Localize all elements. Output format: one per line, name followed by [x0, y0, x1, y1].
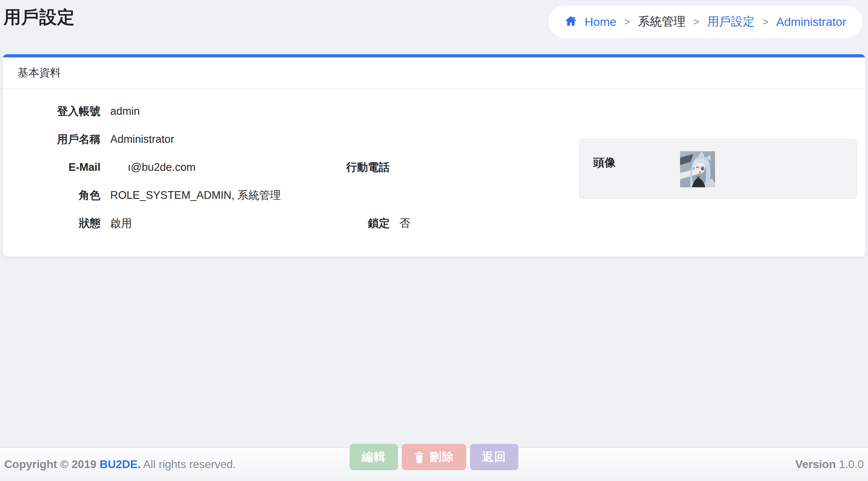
locked-value: 否 [399, 216, 577, 231]
trash-icon [414, 451, 425, 463]
breadcrumb-system-admin: 系統管理 [638, 14, 686, 30]
avatar-panel: 頭像 [579, 139, 857, 199]
delete-button[interactable]: 刪除 [402, 444, 466, 470]
card-accent-bar [3, 54, 865, 57]
breadcrumb: Home > 系統管理 > 用戶設定 > Administrator [548, 6, 862, 38]
login-account-value: admin [110, 105, 334, 118]
breadcrumb-administrator[interactable]: Administrator [776, 15, 846, 29]
card-header: 基本資料 [3, 57, 865, 89]
breadcrumb-home-label: Home [584, 15, 616, 28]
role-value: ROLE_SYSTEM_ADMIN, 系統管理 [110, 188, 334, 203]
action-bar: 編輯 刪除 返回 [0, 444, 868, 470]
edit-button-label: 編輯 [362, 449, 386, 465]
locked-label: 鎖定 [344, 216, 390, 231]
home-icon [565, 15, 577, 27]
role-label: 角色 [3, 188, 100, 203]
edit-button[interactable]: 編輯 [350, 444, 398, 470]
fields-grid: 登入帳號 admin 用戶名稱 Administrator E-Mail ı@b… [3, 97, 577, 237]
email-label: E-Mail [3, 161, 100, 174]
avatar-image [680, 151, 715, 187]
breadcrumb-separator: > [624, 16, 630, 28]
user-name-label: 用戶名稱 [3, 132, 100, 147]
status-value: 啟用 [110, 216, 334, 231]
back-button-label: 返回 [482, 449, 506, 465]
basic-info-card: 基本資料 登入帳號 admin 用戶名稱 Administrator E-Mai… [3, 54, 865, 257]
breadcrumb-separator: > [693, 16, 700, 28]
email-value: ı@bu2de.com [110, 161, 334, 174]
card-body: 登入帳號 admin 用戶名稱 Administrator E-Mail ı@b… [3, 89, 865, 256]
back-button[interactable]: 返回 [470, 444, 518, 470]
delete-button-label: 刪除 [430, 449, 454, 465]
mobile-label: 行動電話 [344, 160, 390, 175]
breadcrumb-user-settings[interactable]: 用戶設定 [707, 14, 755, 30]
login-account-label: 登入帳號 [3, 104, 100, 119]
avatar-label: 頭像 [593, 155, 616, 170]
breadcrumb-home[interactable]: Home [565, 15, 616, 29]
user-name-value: Administrator [110, 133, 334, 146]
breadcrumb-separator: > [762, 16, 769, 28]
user-settings-page: 用戶設定 Home > 系統管理 > 用戶設定 > Administrator … [0, 0, 868, 481]
page-title: 用戶設定 [4, 6, 75, 29]
status-label: 狀態 [3, 216, 100, 231]
